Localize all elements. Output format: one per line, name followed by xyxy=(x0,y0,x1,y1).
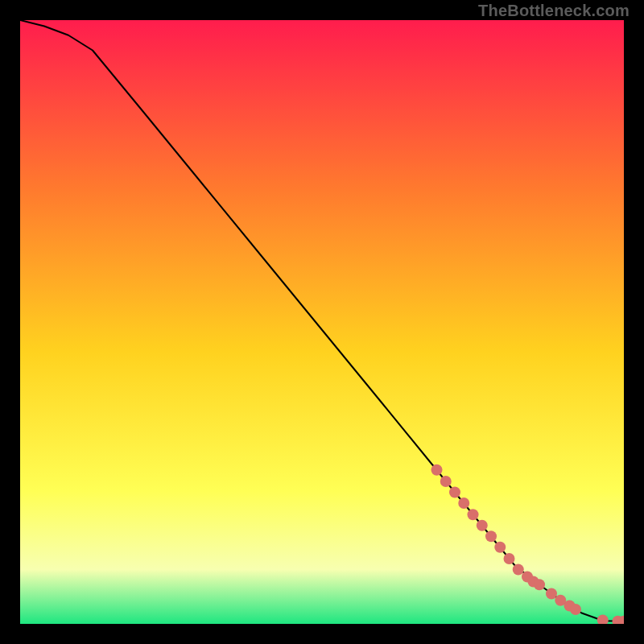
data-marker xyxy=(477,520,488,531)
watermark-text: TheBottleneck.com xyxy=(478,2,630,20)
data-marker xyxy=(570,604,581,615)
gradient-background xyxy=(20,20,624,624)
plot-area xyxy=(20,20,624,624)
data-marker xyxy=(513,564,524,576)
data-marker xyxy=(504,553,515,564)
data-marker xyxy=(449,487,460,498)
data-marker xyxy=(440,476,452,487)
chart-svg xyxy=(20,20,624,624)
stage: TheBottleneck.com xyxy=(0,0,644,644)
data-marker xyxy=(458,497,469,509)
data-marker xyxy=(431,464,443,476)
data-marker xyxy=(468,509,479,520)
data-marker xyxy=(485,530,497,542)
data-marker xyxy=(494,542,506,553)
data-marker xyxy=(546,588,557,600)
data-marker xyxy=(534,579,545,590)
